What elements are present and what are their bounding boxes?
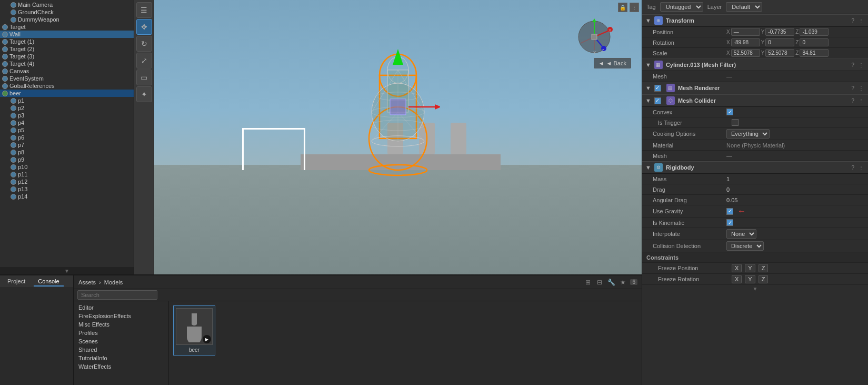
hierarchy-item-wall[interactable]: Wall: [0, 31, 134, 38]
transform-component-header[interactable]: ▼ ⊕ Transform ? ⋮: [642, 14, 868, 27]
scene-lock-icon[interactable]: 🔒: [618, 3, 627, 12]
hierarchy-item-p13[interactable]: p13: [0, 185, 134, 193]
hierarchy-item-target2[interactable]: Target (2): [0, 45, 134, 53]
is-trigger-checkbox[interactable]: [732, 119, 739, 126]
transform-menu-btn[interactable]: ⋮: [857, 18, 865, 24]
hierarchy-item-canvas[interactable]: Canvas: [0, 67, 134, 75]
assets-sidebar-item-tutorialinfo[interactable]: TutorialInfo: [74, 354, 168, 362]
bottom-section: Project Console Assets › Models ⊞ ⊟ 🔧: [0, 274, 642, 385]
transform-help-btn[interactable]: ?: [850, 18, 855, 24]
scale-tool[interactable]: ⤢: [136, 53, 152, 68]
hierarchy-item-ground-check[interactable]: GroundCheck: [0, 8, 134, 16]
assets-sidebar-item-fireexplosioneffects[interactable]: FireExplosionEffects: [74, 312, 168, 320]
rect-tool[interactable]: ▭: [136, 70, 152, 85]
hierarchy-item-main-camera[interactable]: Main Camera: [0, 1, 134, 8]
scale-y: 52.5078: [765, 49, 794, 57]
angular-drag-value: 0.05: [726, 197, 864, 203]
assets-sidebar-item-editor[interactable]: Editor: [74, 303, 168, 312]
rigidbody-help-btn[interactable]: ?: [850, 165, 855, 171]
transform-icon: ⊕: [654, 16, 663, 25]
assets-sidebar-item-shared[interactable]: Shared: [74, 345, 168, 354]
hierarchy-item-p11[interactable]: p11: [0, 171, 134, 178]
hierarchy-list: Main CameraGroundCheckDummyWeaponTargetW…: [0, 0, 134, 267]
mesh-renderer-menu-btn[interactable]: ⋮: [857, 85, 865, 91]
rigidbody-header[interactable]: ▼ ⚙ Rigidbody ? ⋮: [642, 161, 868, 174]
search-input[interactable]: [77, 290, 157, 300]
assets-sidebar: EditorFireExplosionEffectsMisc EffectsPr…: [74, 301, 169, 385]
hierarchy-item-p3[interactable]: p3: [0, 112, 134, 119]
mesh-renderer-icon: ▤: [666, 84, 675, 92]
scene-view[interactable]: Y X Z ◄ ◄ Back: [154, 0, 642, 274]
hierarchy-item-p5[interactable]: p5: [0, 126, 134, 134]
use-gravity-checkbox[interactable]: ✓: [726, 208, 733, 215]
hierarchy-item-p14[interactable]: p14: [0, 193, 134, 200]
hierarchy-item-p7[interactable]: p7: [0, 141, 134, 149]
mesh-renderer-arrow: ▼: [645, 85, 651, 91]
svg-text:X: X: [608, 28, 612, 33]
asset-item-beer[interactable]: ▶ beer: [173, 305, 215, 356]
project-tab[interactable]: Project: [3, 277, 29, 287]
hierarchy-item-p8[interactable]: p8: [0, 149, 134, 156]
mesh-filter-menu-btn[interactable]: ⋮: [857, 62, 865, 68]
convex-checkbox[interactable]: ✓: [726, 108, 733, 115]
tag-dropdown[interactable]: Untagged: [660, 2, 703, 12]
hierarchy-item-dummy-weapon[interactable]: DummyWeapon: [0, 16, 134, 23]
rigidbody-menu-btn[interactable]: ⋮: [857, 165, 865, 171]
assets-toolbar-icons: ⊞ ⊟ 🔧 ★ 6: [584, 278, 637, 287]
mesh-renderer-enabled-checkbox[interactable]: ✓: [654, 85, 661, 92]
hand-tool[interactable]: ☰: [136, 2, 152, 18]
freeze-position-value: X Y Z: [732, 264, 864, 272]
rotate-tool[interactable]: ↻: [136, 36, 152, 52]
mesh-collider-enabled-checkbox[interactable]: ✓: [654, 97, 661, 104]
hierarchy-item-event-system[interactable]: EventSystem: [0, 75, 134, 82]
assets-sidebar-item-scenes[interactable]: Scenes: [74, 337, 168, 345]
back-button[interactable]: ◄ ◄ Back: [594, 58, 631, 68]
interpolate-dropdown[interactable]: None: [726, 229, 756, 239]
mesh-collider-menu-btn[interactable]: ⋮: [857, 98, 865, 104]
mesh-filter-help-btn[interactable]: ?: [850, 62, 855, 68]
scene-gizmo[interactable]: Y X Z: [573, 16, 615, 58]
cooking-options-dropdown[interactable]: Everything: [726, 129, 770, 139]
hierarchy-item-p2[interactable]: p2: [0, 104, 134, 112]
layer-label: Layer: [707, 4, 722, 10]
collision-detection-dropdown[interactable]: Discrete: [726, 241, 764, 251]
assets-sidebar-item-profiles[interactable]: Profiles: [74, 329, 168, 337]
hierarchy-item-target4[interactable]: Target (4): [0, 60, 134, 67]
mesh-renderer-help-btn[interactable]: ?: [850, 85, 855, 91]
mesh-filter-header[interactable]: ▼ ▦ Cylinder.013 (Mesh Filter) ? ⋮: [642, 58, 868, 71]
mesh-renderer-header[interactable]: ▼ ✓ ▤ Mesh Renderer ? ⋮: [642, 82, 868, 94]
freeze-rotation-label: Freeze Rotation: [658, 276, 732, 282]
hierarchy-item-p9[interactable]: p9: [0, 156, 134, 163]
hierarchy-item-p4[interactable]: p4: [0, 119, 134, 126]
hierarchy-item-target3[interactable]: Target (3): [0, 53, 134, 60]
mesh-collider-header[interactable]: ▼ ✓ ⬡ Mesh Collider ? ⋮: [642, 94, 868, 107]
transform-title: Transform: [666, 17, 847, 24]
scene-settings-icon[interactable]: ⋮: [630, 3, 639, 12]
assets-sidebar-item-misc-effects[interactable]: Misc Effects: [74, 320, 168, 329]
assets-sidebar-item-watereffects[interactable]: WaterEffects: [74, 362, 168, 371]
assets-count: 6: [630, 279, 637, 285]
hierarchy-item-p6[interactable]: p6: [0, 134, 134, 141]
scale-row: Scale X52.5078 Y52.5078 Z84.81: [642, 48, 868, 58]
hierarchy-item-p12[interactable]: p12: [0, 178, 134, 185]
hierarchy-item-global-refs[interactable]: GobalReferences: [0, 82, 134, 90]
collider-mesh-value: —: [726, 153, 732, 159]
pos-x: —: [731, 28, 760, 36]
hierarchy-item-p1[interactable]: p1: [0, 97, 134, 104]
hierarchy-item-beer[interactable]: beer: [0, 90, 134, 97]
assets-icon4[interactable]: ★: [618, 278, 627, 287]
assets-icon3[interactable]: 🔧: [607, 278, 615, 287]
asset-play-icon[interactable]: ▶: [203, 335, 211, 343]
hierarchy-item-target[interactable]: Target: [0, 23, 134, 31]
assets-icon2[interactable]: ⊟: [595, 278, 604, 287]
hierarchy-item-p10[interactable]: p10: [0, 163, 134, 171]
assets-icon1[interactable]: ⊞: [584, 278, 592, 287]
mesh-collider-help-btn[interactable]: ?: [850, 98, 855, 104]
console-tab[interactable]: Console: [34, 277, 63, 287]
move-tool[interactable]: ✥: [136, 19, 152, 35]
mesh-filter-mesh-value: —: [726, 73, 732, 80]
is-kinematic-checkbox[interactable]: ✓: [726, 219, 733, 226]
layer-dropdown[interactable]: Default: [726, 2, 762, 12]
transform-tool[interactable]: ✦: [136, 86, 152, 102]
hierarchy-item-target1[interactable]: Target (1): [0, 38, 134, 45]
